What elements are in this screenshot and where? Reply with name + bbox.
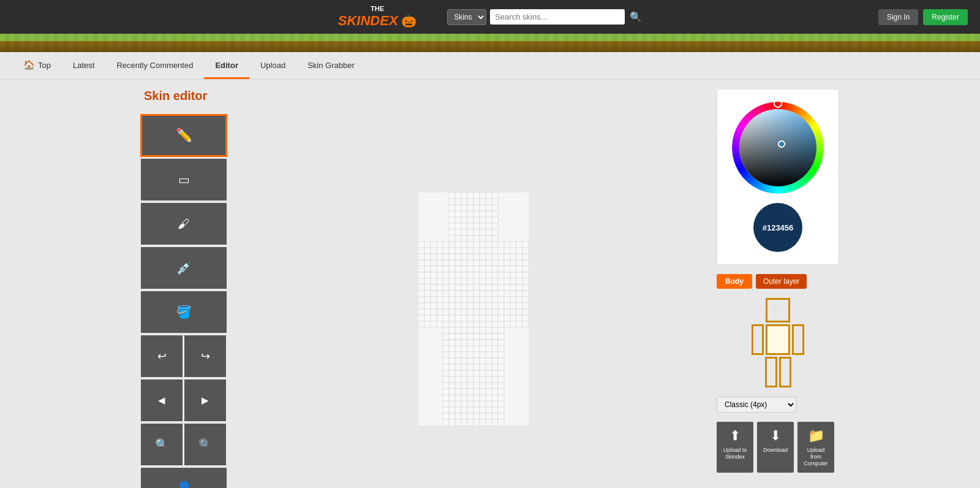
mirror-right-icon: ▶ [202,395,209,406]
body-part-right-leg[interactable] [779,357,791,387]
nav-item-editor[interactable]: Editor [204,53,249,79]
right-panel: #123456 Body Outer layer [717,89,839,488]
nav-label-recently-commented: Recently Commented [116,61,193,70]
upload-computer-icon: 📁 [808,428,824,444]
eraser-icon: ▭ [178,172,190,187]
fill-back-tool[interactable]: 🖌 [141,203,227,245]
download-button[interactable]: ⬇ Download [757,422,794,473]
body-legs-row [765,357,791,387]
eraser-tool[interactable]: ▭ [141,159,227,200]
color-wheel-svg[interactable] [732,102,824,194]
nav-label-editor: Editor [215,61,238,70]
logo: THE SKINDEX 🎃 [338,5,435,28]
body-part-left-leg[interactable] [765,357,777,387]
zoom-out-button[interactable]: 🔍 [184,424,226,465]
tools-panel: ✏️ ▭ 🖌 💉 🪣 ↩ ↪ [141,115,227,488]
body-diagram [717,298,839,387]
layer-buttons: Body Outer layer [717,274,839,289]
register-button[interactable]: Register [923,9,968,25]
header: THE SKINDEX 🎃 Skins 🔍 Sign In Register [0,0,980,34]
nav-item-top[interactable]: 🏠 Top [12,52,62,80]
color-picker: #123456 [717,89,839,265]
redo-button[interactable]: ↪ [184,335,226,377]
nav-label-upload: Upload [260,61,285,70]
body-layer-button[interactable]: Body [717,274,752,289]
upload-computer-label: Upload fromComputer [802,447,829,467]
search-button[interactable]: 🔍 [630,11,642,23]
bucket-tool[interactable]: 🪣 [141,291,227,333]
zoom-in-icon: 🔍 [155,438,168,451]
nav-label-skin-grabber: Skin Grabber [307,61,355,70]
skin-canvas-area [242,89,704,488]
header-auth: Sign In Register [878,9,968,25]
nav-label-latest: Latest [73,61,94,70]
zoom-in-button[interactable]: 🔍 [141,424,183,465]
download-icon: ⬇ [770,428,781,444]
redo-icon: ↪ [201,349,210,363]
nav-label-top: Top [38,61,51,70]
skin-editor-canvas[interactable] [418,193,529,425]
skin-type-select[interactable]: Classic (4px) Slim (3px) [717,397,796,413]
steve-icon: 👤 [176,481,192,488]
search-area: Skins 🔍 [447,9,642,25]
page-title: Skin editor [144,89,230,103]
color-wheel-container[interactable] [732,102,824,194]
body-part-head[interactable] [766,298,790,322]
zoom-out-icon: 🔍 [198,438,212,451]
logo-pumpkin-icon: 🎃 [401,14,417,28]
undo-icon: ↩ [157,349,167,363]
search-dropdown[interactable]: Skins [447,9,486,25]
nav-item-latest[interactable]: Latest [62,53,105,79]
nav-item-upload[interactable]: Upload [249,53,296,79]
search-input[interactable] [490,9,625,25]
home-icon: 🏠 [23,59,35,71]
logo-skindex: SKINDEX [338,13,398,28]
grass-banner [0,34,980,52]
nav-item-skin-grabber[interactable]: Skin Grabber [296,53,366,79]
color-hex-display[interactable]: #123456 [753,203,802,252]
upload-skindex-icon: ⬆ [729,428,741,444]
body-part-right-arm[interactable] [792,324,804,355]
outer-layer-button[interactable]: Outer layer [756,274,807,289]
action-buttons: ⬆ Upload toSkindex ⬇ Download 📁 Upload f… [717,422,839,473]
upload-computer-button[interactable]: 📁 Upload fromComputer [797,422,834,473]
signin-button[interactable]: Sign In [878,9,918,25]
upload-skindex-button[interactable]: ⬆ Upload toSkindex [717,422,753,473]
undo-button[interactable]: ↩ [141,335,183,377]
nav-item-recently-commented[interactable]: Recently Commented [105,53,204,79]
steve-view-button[interactable]: 👤 [141,468,227,488]
pencil-tool[interactable]: ✏️ [141,115,227,156]
upload-skindex-label: Upload toSkindex [723,447,747,460]
skin-type-container: Classic (4px) Slim (3px) [717,397,839,413]
body-middle-row [752,324,804,355]
navbar: 🏠 Top Latest Recently Commented Editor U… [0,52,980,80]
fill-back-icon: 🖌 [178,217,190,231]
eyedropper-tool[interactable]: 💉 [141,247,227,289]
mirror-left-icon: ◀‍ [158,395,165,406]
pencil-icon: ✏️ [176,128,192,143]
bucket-icon: 🪣 [176,305,192,319]
download-label: Download [763,447,788,454]
body-part-left-arm[interactable] [752,324,764,355]
body-part-torso[interactable] [766,324,790,355]
mirror-left-button[interactable]: ◀‍ [141,379,183,421]
logo-the: THE [338,5,417,12]
mirror-right-button[interactable]: ▶ [184,379,226,421]
eyedropper-icon: 💉 [176,261,192,275]
